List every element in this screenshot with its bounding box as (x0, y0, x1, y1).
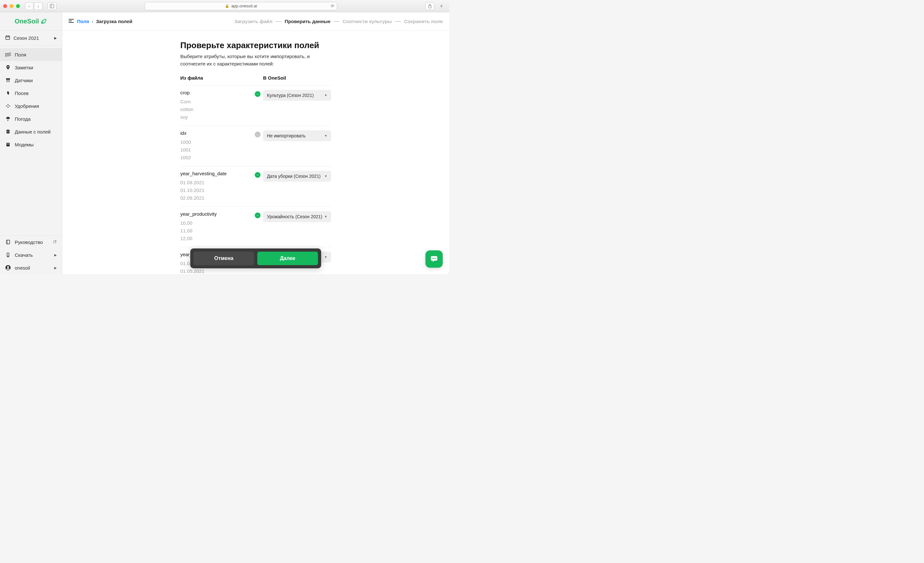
breadcrumb: Поля › Загрузка полей (77, 19, 132, 24)
sidebar-item-label: Руководство (15, 239, 43, 245)
attribute-left: cropCorncottonsoy (180, 90, 252, 121)
tab-overview-button[interactable] (48, 2, 57, 10)
attribute-select-label: Не импортировать (267, 133, 305, 138)
col-header-left: Из файла (180, 75, 263, 81)
new-tab-button[interactable]: + (437, 2, 446, 10)
pin-icon (5, 65, 11, 70)
attribute-select-label: Урожайность (Сезон 2021) (267, 214, 322, 219)
attribute-right: Не импортировать▼ (263, 130, 331, 161)
chat-widget-button[interactable] (425, 250, 443, 268)
forward-button[interactable]: › (34, 2, 42, 10)
menu-toggle-icon[interactable] (69, 18, 74, 25)
minimize-window-button[interactable] (10, 4, 14, 8)
database-icon (5, 129, 11, 134)
attribute-select[interactable]: Не импортировать▼ (263, 130, 331, 141)
svg-point-35 (435, 258, 436, 259)
chevron-down-icon: ▼ (324, 215, 327, 218)
attribute-right: Урожайность (Сезон 2021)▼ (263, 211, 331, 242)
attribute-select[interactable]: Дата уборки (Сезон 2021)▼ (263, 171, 331, 182)
tabs-icon (50, 4, 54, 8)
refresh-icon[interactable]: ⟳ (331, 3, 334, 8)
svg-rect-8 (6, 78, 10, 80)
url-bar[interactable]: 🔒 app.onesoil.ai ⟳ (145, 2, 337, 10)
next-button[interactable]: Далее (257, 252, 318, 265)
breadcrumb-link[interactable]: Поля (77, 19, 89, 24)
attribute-left: year_productivity10,0011,0012,00 (180, 211, 252, 242)
sidebar-item-sowing[interactable]: Посев (0, 87, 62, 99)
sidebar-item-label: Скачать (15, 252, 33, 258)
svg-rect-22 (6, 240, 10, 244)
col-header-right: В OneSoil (263, 75, 331, 81)
svg-point-33 (432, 258, 434, 259)
chevron-down-icon: ▼ (324, 134, 327, 137)
attribute-sample: 01.09.2021 (180, 179, 252, 186)
attribute-sample: 1001 (180, 146, 252, 154)
svg-point-12 (8, 104, 9, 105)
attribute-name: crop (180, 90, 252, 95)
sidebar-item-download[interactable]: Скачать ▶ (0, 248, 62, 261)
attribute-sample: 11,00 (180, 227, 252, 235)
sidebar-item-label: Датчики (15, 78, 33, 83)
chevron-right-icon: ▶ (54, 266, 57, 270)
share-button[interactable] (425, 2, 434, 10)
sidebar-nav: Поля Заметки Датчики Посев (0, 46, 62, 235)
seed-icon (5, 90, 11, 96)
sidebar-item-notes[interactable]: Заметки (0, 61, 62, 74)
attribute-left: idx100010011002 (180, 130, 252, 161)
attribute-sample: Corn (180, 98, 252, 106)
sidebar-item-label: onesoil (15, 265, 30, 270)
sidebar-item-sensors[interactable]: Датчики (0, 74, 62, 87)
back-button[interactable]: ‹ (25, 2, 33, 10)
season-selector[interactable]: Сезон 2021 ▶ (0, 31, 62, 46)
attribute-select[interactable]: Урожайность (Сезон 2021)▼ (263, 211, 331, 222)
svg-point-34 (434, 258, 435, 259)
arrow-mapped-icon: → (255, 213, 261, 218)
sidebar-item-guide[interactable]: Руководство (0, 236, 62, 248)
step-verify: Проверить данные (285, 19, 330, 24)
maximize-window-button[interactable] (16, 4, 20, 8)
svg-rect-3 (6, 36, 10, 39)
attribute-name: year_harvesting_date (180, 171, 252, 176)
attribute-name: idx (180, 130, 252, 136)
sidebar-item-label: Посев (15, 90, 28, 96)
step-crops: Соотнести культуры (343, 19, 392, 24)
attribute-arrow: → (252, 211, 263, 242)
attribute-sample: 01.05.2021 (180, 267, 252, 274)
logo-text: OneSoil (15, 18, 39, 25)
sidebar-item-weather[interactable]: Погода (0, 113, 62, 125)
attribute-left: year_harvesting_date01.09.202101.10.2021… (180, 171, 252, 202)
svg-rect-19 (6, 143, 10, 146)
svg-point-7 (8, 66, 9, 68)
sidebar-item-fertilizer[interactable]: Удобрения (0, 99, 62, 113)
footer-action-bar: Отмена Далее (190, 248, 321, 268)
breadcrumb-current: Загрузка полей (96, 19, 132, 24)
season-label: Сезон 2021 (14, 35, 39, 41)
step-sep: — (334, 18, 339, 25)
book-icon (5, 239, 11, 245)
sidebar-item-fielddata[interactable]: Данные с полей (0, 125, 62, 138)
attribute-right: Культура (Сезон 2021)▼ (263, 90, 331, 121)
sidebar-item-label: Погода (15, 116, 30, 122)
chevron-down-icon: ▼ (324, 94, 327, 97)
svg-rect-21 (7, 144, 9, 144)
logo[interactable]: OneSoil (15, 18, 48, 25)
leaf-icon (40, 18, 47, 25)
close-window-button[interactable] (3, 4, 7, 8)
sidebar-item-label: Поля (15, 52, 26, 57)
attribute-select[interactable]: Культура (Сезон 2021)▼ (263, 90, 331, 101)
svg-point-13 (9, 106, 10, 107)
url-text: app.onesoil.ai (231, 3, 257, 8)
attribute-sample: 1000 (180, 138, 252, 146)
cancel-button[interactable]: Отмена (194, 252, 254, 265)
arrow-mapped-icon: → (255, 91, 261, 97)
attribute-row: year_harvesting_date01.09.202101.10.2021… (180, 166, 331, 206)
svg-point-14 (8, 107, 9, 108)
attribute-arrow: → (252, 90, 263, 121)
share-icon (428, 4, 432, 8)
sidebar-item-modems[interactable]: Модемы (0, 138, 62, 151)
attribute-sample: 12,00 (180, 235, 252, 242)
svg-point-15 (8, 106, 8, 106)
svg-rect-0 (50, 4, 54, 8)
sidebar-item-fields[interactable]: Поля (0, 48, 62, 61)
sidebar-item-profile[interactable]: onesoil ▶ (0, 261, 62, 274)
